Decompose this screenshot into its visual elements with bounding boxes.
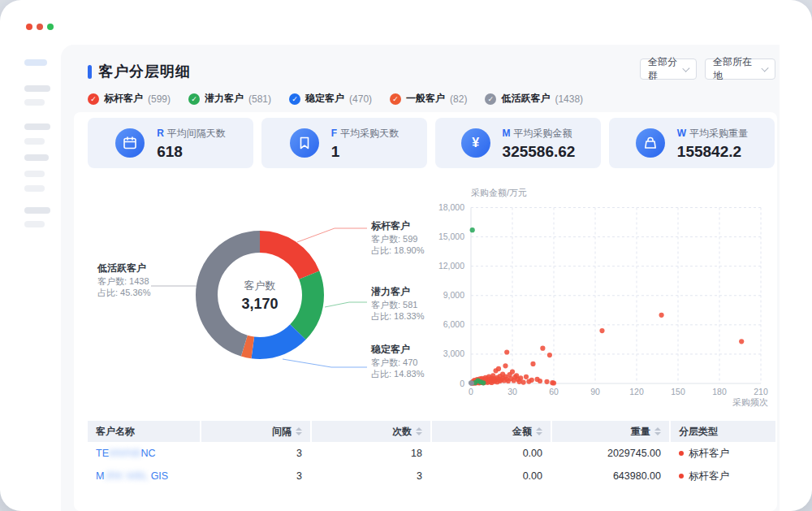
page-title: 客户分层明细 [98, 62, 191, 81]
svg-text:120: 120 [629, 387, 644, 396]
minimize-window-icon[interactable] [37, 24, 43, 30]
bookmark-icon [290, 128, 319, 158]
svg-text:15,000: 15,000 [438, 232, 464, 241]
metric-label: 平均采购天数 [340, 128, 399, 139]
app-window: 客户分层明细 全部分群 全部所在地 ✓标杆客户(599)✓潜力客户(581)✓稳… [0, 0, 812, 511]
metric-letter: W [677, 128, 686, 139]
legend-label: 一般客户 [406, 92, 445, 106]
stat-card-monetary: ¥ M平均采购金额 325586.62 [435, 118, 601, 168]
cell-count: 3 [312, 465, 430, 487]
metric-letter: M [503, 128, 511, 139]
legend-label: 标杆客户 [104, 92, 143, 106]
metric-value: 1 [331, 143, 399, 161]
donut-label-stable: 稳定客户 客户数: 470 占比: 14.83% [371, 344, 424, 379]
metric-label: 平均采购金额 [514, 128, 572, 139]
svg-text:210: 210 [754, 387, 768, 396]
cell-type: 标杆客户 [671, 442, 775, 465]
legend-count: (599) [148, 93, 171, 105]
sort-icon[interactable] [416, 427, 422, 435]
check-circle-icon: ✓ [485, 93, 496, 105]
legend-item-潜力客户[interactable]: ✓潜力客户(581) [188, 92, 271, 106]
table-header-col3[interactable]: 金额 [432, 421, 551, 442]
donut-center-label: 客户数 3,170 [235, 279, 284, 313]
svg-text:90: 90 [590, 387, 600, 396]
calendar-icon [115, 128, 145, 158]
customer-name-link[interactable]: MJRK WBL GIS [96, 470, 168, 482]
legend-label: 低活跃客户 [501, 92, 550, 106]
svg-text:60: 60 [549, 387, 559, 396]
check-circle-icon: ✓ [188, 93, 200, 105]
legend-item-低活跃客户[interactable]: ✓低活跃客户(1438) [485, 92, 583, 106]
sidebar-skeleton-bar [24, 154, 49, 161]
sidebar-skeleton-bar [24, 99, 45, 106]
table-row: MJRK WBL GIS330.00643980.00标杆客户 [88, 465, 775, 487]
svg-text:12,000: 12,000 [438, 261, 464, 271]
yuan-icon: ¥ [461, 128, 490, 158]
cell-amount: 0.00 [432, 442, 551, 465]
customer-name-link[interactable]: TEMWNBNC [96, 448, 156, 459]
donut-label-inactive: 低活跃客户 客户数: 1438 占比: 45.36% [97, 262, 150, 298]
legend-count: (470) [349, 93, 372, 105]
metric-letter: F [331, 128, 337, 139]
sidebar-skeleton-bar [24, 207, 50, 214]
stat-card-frequency: F平均采购天数 1 [261, 118, 427, 168]
main-panel: 客户分层明细 全部分群 全部所在地 ✓标杆客户(599)✓潜力客户(581)✓稳… [61, 45, 780, 511]
sort-icon[interactable] [654, 427, 661, 435]
bag-icon [636, 128, 665, 158]
svg-text:0: 0 [469, 387, 473, 396]
table-header-row: 客户名称间隔次数金额重量分层类型 [88, 421, 775, 442]
sidebar-skeleton-bar [24, 85, 50, 92]
svg-text:3,000: 3,000 [443, 349, 464, 358]
scatter-chart: 03,0006,0009,00012,00015,00018,000030609… [430, 183, 780, 406]
legend-item-稳定客户[interactable]: ✓稳定客户(470) [289, 92, 372, 106]
close-window-icon[interactable] [26, 24, 32, 30]
customer-type-legend: ✓标杆客户(599)✓潜力客户(581)✓稳定客户(470)✓一般客户(82)✓… [88, 92, 583, 106]
sidebar-skeleton-bar [24, 138, 45, 145]
svg-text:6,000: 6,000 [443, 319, 464, 329]
customer-table: 客户名称间隔次数金额重量分层类型 TEMWNBNC3180.002029745.… [88, 421, 775, 487]
sidebar-skeleton-bar [24, 59, 47, 66]
svg-text:9,000: 9,000 [443, 290, 464, 300]
donut-label-benchmark: 标杆客户 客户数: 599 占比: 18.90% [371, 220, 424, 256]
table-header-type: 分层类型 [671, 421, 775, 442]
svg-text:180: 180 [712, 387, 727, 396]
location-filter-select[interactable]: 全部所在地 [705, 58, 775, 80]
cell-amount: 0.00 [432, 465, 551, 487]
check-circle-icon: ✓ [390, 93, 401, 105]
table-header-col4[interactable]: 重量 [552, 421, 669, 442]
table-header-col1[interactable]: 间隔 [201, 421, 310, 442]
table-header-col2[interactable]: 次数 [312, 421, 430, 442]
metric-value: 618 [157, 143, 226, 161]
cell-type: 标杆客户 [671, 465, 775, 487]
legend-label: 潜力客户 [205, 92, 244, 106]
metric-label: 平均采购重量 [689, 128, 748, 139]
donut-center-title: 客户数 [235, 279, 284, 293]
table-row: TEMWNBNC3180.002029745.00标杆客户 [88, 442, 775, 465]
table-header-name: 客户名称 [88, 421, 200, 442]
donut-center-value: 3,170 [235, 296, 284, 313]
cell-weight: 643980.00 [552, 465, 669, 487]
sidebar-skeleton-bar [24, 123, 50, 130]
svg-text:18,000: 18,000 [438, 202, 464, 212]
cell-interval: 3 [201, 442, 310, 465]
maximize-window-icon[interactable] [47, 24, 54, 30]
stat-card-recency: R平均间隔天数 618 [88, 118, 253, 168]
group-filter-select[interactable]: 全部分群 [640, 58, 697, 80]
legend-item-一般客户[interactable]: ✓一般客户(82) [390, 92, 467, 106]
stat-cards: R平均间隔天数 618 F平均采购天数 1 ¥ M平均 [88, 118, 775, 168]
legend-count: (82) [450, 93, 467, 105]
legend-count: (1438) [555, 93, 583, 105]
sort-icon[interactable] [536, 427, 542, 435]
svg-text:0: 0 [460, 379, 464, 388]
location-filter-label: 全部所在地 [713, 55, 756, 83]
sort-icon[interactable] [296, 427, 302, 435]
metric-letter: R [157, 128, 164, 139]
legend-item-标杆客户[interactable]: ✓标杆客户(599) [88, 92, 171, 106]
cell-interval: 3 [201, 465, 310, 487]
sidebar-skeleton-bar [24, 171, 45, 177]
donut-label-potential: 潜力客户 客户数: 581 占比: 18.33% [371, 286, 424, 322]
table-body: TEMWNBNC3180.002029745.00标杆客户MJRK WBL GI… [88, 442, 775, 487]
metric-label: 平均间隔天数 [167, 128, 226, 139]
svg-text:150: 150 [671, 387, 685, 396]
type-dot-icon [679, 451, 684, 456]
